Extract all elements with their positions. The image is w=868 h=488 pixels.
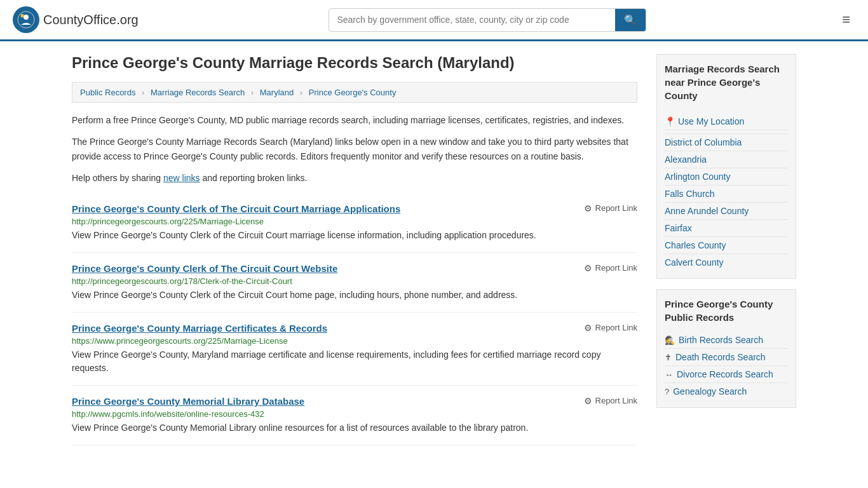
page-title: Prince George's County Marriage Records … [72,54,637,72]
result-url: http://princegeorgescourts.org/225/Marri… [72,217,637,226]
report-label: Report Link [595,203,637,213]
nearby-links-list: 📍 Use My Location District of Columbia A… [665,110,788,271]
divorce-records-link[interactable]: Divorce Records Search [677,369,773,379]
result-url: https://www.princegeorgescourts.org/225/… [72,336,637,346]
public-record-item: ? Genealogy Search [665,383,788,400]
sidebar-nearby-title: Marriage Records Search near Prince Geor… [665,62,788,102]
result-header: Prince George's County Memorial Library … [72,396,637,407]
nearby-link-item: Charles County [665,237,788,254]
nearby-link[interactable]: District of Columbia [665,137,742,147]
logo-area: CountyOffice.org [13,6,139,33]
breadcrumb-sep-3: › [300,88,302,97]
result-title[interactable]: Prince George's County Clerk of The Circ… [72,263,337,274]
breadcrumb-sep-2: › [251,88,254,97]
result-item: Prince George's County Clerk of The Circ… [72,253,637,313]
result-desc: View Prince George's County Clerk of the… [72,229,637,242]
divorce-records-icon: ↔ [665,370,673,379]
result-header: Prince George's County Clerk of The Circ… [72,203,637,214]
new-links-link[interactable]: new links [163,173,200,183]
location-pin-icon: 📍 [665,116,675,126]
report-icon: ⚙ [584,203,592,214]
nearby-link[interactable]: Calvert County [665,257,724,268]
report-icon: ⚙ [584,323,592,333]
death-records-link[interactable]: Death Records Search [675,352,766,362]
result-title[interactable]: Prince George's County Marriage Certific… [72,323,327,334]
breadcrumb-sep-1: › [142,88,144,97]
genealogy-link[interactable]: Genealogy Search [673,386,747,396]
result-title[interactable]: Prince George's County Memorial Library … [72,396,304,407]
report-label: Report Link [595,396,637,405]
nearby-link-item: Arlington County [665,168,788,186]
nearby-link[interactable]: Anne Arundel County [665,206,749,216]
public-record-item: ↔ Divorce Records Search [665,366,788,383]
logo-suffix: .org [116,13,138,27]
use-my-location-label: Use My Location [678,116,744,126]
results-list: Prince George's County Clerk of The Circ… [72,193,637,445]
description-3: Help others by sharing new links and rep… [72,171,637,185]
nearby-link[interactable]: Fairfax [665,223,692,233]
nearby-link-item: Alexandria [665,151,788,168]
genealogy-icon: ? [665,387,669,396]
nearby-link[interactable]: Alexandria [665,154,707,165]
logo-name: CountyOffice [43,13,116,27]
search-bar: 🔍 [329,8,646,32]
result-url: http://princegeorgescourts.org/178/Clerk… [72,276,637,286]
report-link-button[interactable]: ⚙ Report Link [584,323,637,333]
sidebar-public-records-title: Prince George's County Public Records [665,297,788,324]
nearby-link[interactable]: Charles County [665,240,726,250]
nearby-link-item: Anne Arundel County [665,203,788,220]
svg-point-1 [24,15,29,20]
description-1: Perform a free Prince George's County, M… [72,113,637,127]
public-records-list: 🕵 Birth Records Search ✝ Death Records S… [665,332,788,400]
sidebar-nearby-section: Marriage Records Search near Prince Geor… [656,54,796,279]
result-desc: View Prince George's County Clerk of the… [72,288,637,302]
logo-icon [13,6,39,33]
description-2: The Prince George's County Marriage Reco… [72,135,637,163]
result-item: Prince George's County Marriage Certific… [72,313,637,386]
report-link-button[interactable]: ⚙ Report Link [584,396,637,406]
nearby-link[interactable]: Falls Church [665,189,715,199]
breadcrumb: Public Records › Marriage Records Search… [72,82,637,103]
breadcrumb-link-maryland[interactable]: Maryland [260,88,294,97]
result-desc: View Prince George's County, Maryland ma… [72,348,637,375]
breadcrumb-link-marriage-records[interactable]: Marriage Records Search [151,88,245,97]
menu-button[interactable]: ≡ [837,9,855,30]
desc3-pre: Help others by sharing [72,173,163,183]
sidebar: Marriage Records Search near Prince Geor… [656,54,796,445]
breadcrumb-link-public-records[interactable]: Public Records [80,88,135,97]
report-icon: ⚙ [584,263,592,273]
nearby-link-item: Calvert County [665,254,788,271]
site-header: CountyOffice.org 🔍 ≡ [0,0,868,41]
search-button[interactable]: 🔍 [615,9,646,31]
report-label: Report Link [595,263,637,273]
result-header: Prince George's County Clerk of The Circ… [72,263,637,274]
main-container: Prince George's County Marriage Records … [59,41,809,458]
nearby-link-item: Falls Church [665,186,788,203]
result-item: Prince George's County Clerk of The Circ… [72,193,637,253]
result-url: http://www.pgcmls.info/website/online-re… [72,409,637,419]
public-record-item: 🕵 Birth Records Search [665,332,788,349]
report-icon: ⚙ [584,396,592,406]
breadcrumb-link-pgcounty[interactable]: Prince George's County [309,88,397,97]
search-input[interactable] [329,10,615,30]
death-records-icon: ✝ [665,353,672,362]
logo-text: CountyOffice.org [43,13,139,27]
nearby-link[interactable]: Arlington County [665,172,731,182]
result-desc: View Prince George's County Memorial Lib… [72,421,637,435]
report-link-button[interactable]: ⚙ Report Link [584,263,637,273]
use-my-location-item: 📍 Use My Location [665,110,788,134]
public-record-item: ✝ Death Records Search [665,349,788,366]
content-area: Prince George's County Marriage Records … [72,54,637,445]
result-header: Prince George's County Marriage Certific… [72,323,637,334]
result-item: Prince George's County Memorial Library … [72,386,637,445]
report-link-button[interactable]: ⚙ Report Link [584,203,637,214]
use-my-location-link[interactable]: 📍 Use My Location [665,113,788,130]
nearby-link-item: District of Columbia [665,134,788,151]
birth-records-link[interactable]: Birth Records Search [679,335,763,345]
search-icon: 🔍 [624,15,637,25]
result-title[interactable]: Prince George's County Clerk of The Circ… [72,203,400,214]
birth-records-icon: 🕵 [665,336,675,345]
sidebar-public-records-section: Prince George's County Public Records 🕵 … [656,289,796,408]
desc3-post: and reporting broken links. [200,173,308,183]
nearby-link-item: Fairfax [665,220,788,237]
